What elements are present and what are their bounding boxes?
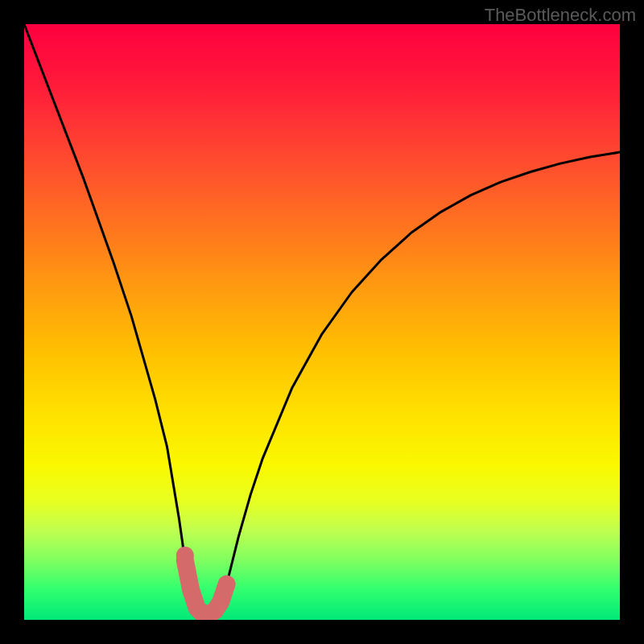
highlight-segment xyxy=(185,560,227,614)
highlight-dot xyxy=(176,547,194,564)
attribution-label: TheBottleneck.com xyxy=(485,5,636,26)
curve-svg xyxy=(24,24,620,620)
plot-area xyxy=(24,24,620,620)
bottleneck-curve xyxy=(24,24,620,614)
